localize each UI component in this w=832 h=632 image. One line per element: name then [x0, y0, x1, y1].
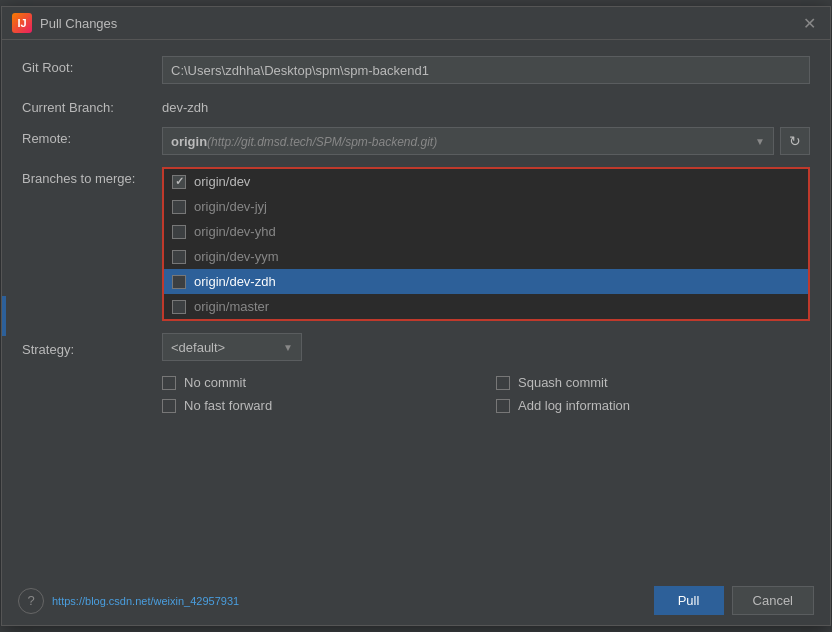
no-fast-forward-checkbox[interactable]	[162, 399, 176, 413]
git-root-label: Git Root:	[22, 56, 162, 75]
refresh-icon: ↻	[789, 133, 801, 149]
branch-item-origin-master[interactable]: origin/master	[164, 294, 808, 319]
title-bar-left: IJ Pull Changes	[12, 13, 117, 33]
title-bar: IJ Pull Changes ✕	[2, 7, 830, 40]
branch-name-origin-dev-yhd: origin/dev-yhd	[194, 224, 276, 239]
close-button[interactable]: ✕	[799, 14, 820, 33]
footer-url: https://blog.csdn.net/weixin_42957931	[52, 595, 239, 607]
branches-row: Branches to merge: origin/dev origin/dev…	[22, 167, 810, 321]
current-branch-label: Current Branch:	[22, 96, 162, 115]
add-log-info-option[interactable]: Add log information	[496, 398, 810, 413]
footer-right: Pull Cancel	[654, 586, 814, 615]
remote-dropdown[interactable]: origin(http://git.dmsd.tech/SPM/spm-back…	[162, 127, 774, 155]
no-commit-checkbox[interactable]	[162, 376, 176, 390]
squash-commit-option[interactable]: Squash commit	[496, 375, 810, 390]
pull-button[interactable]: Pull	[654, 586, 724, 615]
no-commit-option[interactable]: No commit	[162, 375, 476, 390]
cancel-button[interactable]: Cancel	[732, 586, 814, 615]
options-grid: No commit Squash commit No fast forward …	[162, 375, 810, 413]
branch-name-origin-dev-yym: origin/dev-yym	[194, 249, 279, 264]
strategy-dropdown[interactable]: <default> ▼	[162, 333, 302, 361]
squash-commit-checkbox[interactable]	[496, 376, 510, 390]
dialog-footer: ? https://blog.csdn.net/weixin_42957931 …	[2, 576, 830, 625]
remote-container: origin(http://git.dmsd.tech/SPM/spm-back…	[162, 127, 810, 155]
refresh-button[interactable]: ↻	[780, 127, 810, 155]
branch-name-origin-dev-jyj: origin/dev-jyj	[194, 199, 267, 214]
current-branch-value: dev-zdh	[162, 96, 208, 115]
app-icon: IJ	[12, 13, 32, 33]
strategy-row: Strategy: <default> ▼	[22, 333, 810, 361]
no-commit-label: No commit	[184, 375, 246, 390]
strategy-label: Strategy:	[22, 338, 162, 357]
branch-item-origin-dev[interactable]: origin/dev	[164, 169, 808, 194]
branch-item-origin-dev-zdh[interactable]: origin/dev-zdh	[164, 269, 808, 294]
branch-checkbox-origin-dev[interactable]	[172, 175, 186, 189]
branch-item-origin-dev-jyj[interactable]: origin/dev-jyj	[164, 194, 808, 219]
remote-row: Remote: origin(http://git.dmsd.tech/SPM/…	[22, 127, 810, 155]
branch-checkbox-origin-dev-jyj[interactable]	[172, 200, 186, 214]
branches-label: Branches to merge:	[22, 167, 162, 186]
help-button[interactable]: ?	[18, 588, 44, 614]
branch-item-origin-dev-yhd[interactable]: origin/dev-yhd	[164, 219, 808, 244]
pull-changes-dialog: IJ Pull Changes ✕ Git Root: Current Bran…	[1, 6, 831, 626]
branch-checkbox-origin-dev-zdh[interactable]	[172, 275, 186, 289]
branch-checkbox-origin-master[interactable]	[172, 300, 186, 314]
current-branch-row: Current Branch: dev-zdh	[22, 96, 810, 115]
dialog-content: Git Root: Current Branch: dev-zdh Remote…	[2, 40, 830, 449]
git-root-input[interactable]	[162, 56, 810, 84]
no-fast-forward-label: No fast forward	[184, 398, 272, 413]
remote-label: Remote:	[22, 127, 162, 146]
branch-checkbox-origin-dev-yym[interactable]	[172, 250, 186, 264]
branch-checkbox-origin-dev-yhd[interactable]	[172, 225, 186, 239]
strategy-value: <default>	[171, 340, 225, 355]
side-indicator	[2, 296, 6, 336]
git-root-row: Git Root:	[22, 56, 810, 84]
no-fast-forward-option[interactable]: No fast forward	[162, 398, 476, 413]
branch-name-origin-master: origin/master	[194, 299, 269, 314]
remote-dropdown-arrow: ▼	[755, 136, 765, 147]
branches-list: origin/dev origin/dev-jyj origin/dev-yhd…	[162, 167, 810, 321]
branch-item-origin-dev-yym[interactable]: origin/dev-yym	[164, 244, 808, 269]
dialog-title: Pull Changes	[40, 16, 117, 31]
add-log-info-label: Add log information	[518, 398, 630, 413]
branch-name-origin-dev: origin/dev	[194, 174, 250, 189]
add-log-info-checkbox[interactable]	[496, 399, 510, 413]
footer-left: ? https://blog.csdn.net/weixin_42957931	[18, 588, 239, 614]
squash-commit-label: Squash commit	[518, 375, 608, 390]
branch-name-origin-dev-zdh: origin/dev-zdh	[194, 274, 276, 289]
remote-value: origin(http://git.dmsd.tech/SPM/spm-back…	[171, 134, 437, 149]
strategy-dropdown-arrow: ▼	[283, 342, 293, 353]
